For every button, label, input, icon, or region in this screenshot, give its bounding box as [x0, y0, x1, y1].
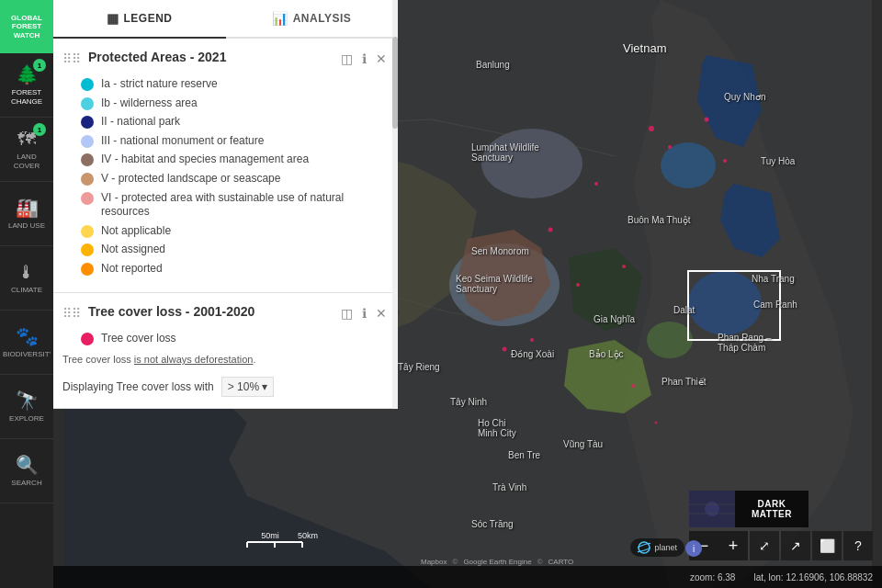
- legend-label-vi: VI - protected area with sustainable use…: [101, 191, 389, 220]
- sidebar-item-search[interactable]: 🔍 SEARCH: [0, 439, 53, 503]
- svg-point-14: [622, 265, 626, 268]
- legend-dot-iii: [81, 135, 94, 148]
- svg-point-15: [503, 347, 507, 352]
- legend-dot-v: [81, 173, 94, 186]
- tree-cover-title: Tree cover loss - 2001-2020: [88, 304, 332, 319]
- legend-item-not-assigned: Not assigned: [81, 243, 389, 257]
- sidebar-logo[interactable]: GLOBAL FOREST WATCH: [0, 0, 53, 53]
- legend-item-not-applicable: Not applicable: [81, 224, 389, 239]
- tree-cover-note: Tree cover loss is not always deforestat…: [62, 353, 389, 367]
- legend-item-not-reported: Not reported: [81, 262, 389, 277]
- svg-point-4: [661, 142, 716, 188]
- svg-point-6: [647, 322, 693, 358]
- screenshot-btn[interactable]: ⬜: [812, 531, 842, 560]
- svg-point-17: [631, 384, 635, 388]
- svg-text:50mi: 50mi: [261, 531, 279, 540]
- svg-point-5: [688, 271, 762, 335]
- drag-handle-tree[interactable]: ⠿⠿: [62, 306, 81, 321]
- separator1: ©: [452, 558, 458, 566]
- legend-dot-ii: [81, 116, 94, 129]
- protected-areas-close-btn[interactable]: ✕: [374, 50, 389, 68]
- tree-cover-legend: Tree cover loss: [62, 332, 389, 346]
- logo-text: GLOBAL FOREST WATCH: [11, 14, 42, 40]
- svg-text:50km: 50km: [298, 531, 318, 540]
- legend-dot-not-assigned: [81, 243, 94, 256]
- map-controls: DARK MATTER − + ⤢ ↗ ⬜ ?: [689, 491, 873, 560]
- legend-label-tree-loss: Tree cover loss: [101, 332, 176, 346]
- legend-label-not-applicable: Not applicable: [101, 224, 171, 239]
- legend-item-ib: Ib - wilderness area: [81, 96, 389, 111]
- gee-attr: Google Earth Engine: [463, 558, 531, 566]
- tree-cover-opacity-btn[interactable]: ◫: [339, 304, 355, 322]
- legend-dot-not-reported: [81, 263, 94, 276]
- sidebar-item-land-cover[interactable]: 1 🗺 LAND COVER: [0, 118, 53, 182]
- legend-panel: ▦ LEGEND 📊 ANALYSIS ⠿⠿ Protected Areas -…: [53, 0, 398, 409]
- panel-content[interactable]: ⠿⠿ Protected Areas - 2021 ◫ ℹ ✕ Ia - str…: [53, 39, 398, 409]
- help-btn[interactable]: ?: [843, 531, 873, 560]
- protected-areas-header: ⠿⠿ Protected Areas - 2021 ◫ ℹ ✕: [62, 50, 389, 68]
- sidebar: GLOBAL FOREST WATCH 1 🌲 FOREST CHANGE 1 …: [0, 0, 53, 588]
- sidebar-item-label: CLIMATE: [11, 286, 42, 295]
- panel-scrollbar-thumb: [392, 37, 398, 129]
- svg-point-10: [723, 159, 727, 163]
- tree-cover-header: ⠿⠿ Tree cover loss - 2001-2020 ◫ ℹ ✕: [62, 304, 389, 322]
- legend-item-iii: III - national monument or feature: [81, 134, 389, 149]
- climate-icon: 🌡: [17, 262, 36, 283]
- sidebar-item-climate[interactable]: 🌡 CLIMATE: [0, 246, 53, 311]
- map-area[interactable]: 50mi 50km Vietnam Banlung Quy Nhơn Anlon…: [53, 0, 882, 588]
- land-use-icon: 🏭: [16, 197, 39, 219]
- protected-areas-opacity-btn[interactable]: ◫: [339, 50, 355, 68]
- sidebar-item-label: SEARCH: [11, 479, 41, 488]
- zoom-in-btn[interactable]: +: [718, 531, 748, 560]
- legend-label-not-reported: Not reported: [101, 262, 163, 277]
- coords-display: lat, lon: 12.16906, 106.88832: [753, 572, 873, 582]
- tab-analysis[interactable]: 📊 ANALYSIS: [226, 0, 399, 37]
- panel-tabs: ▦ LEGEND 📊 ANALYSIS: [53, 0, 398, 39]
- forest-change-badge: 1: [33, 59, 46, 72]
- svg-point-8: [668, 145, 672, 149]
- legend-item-ii: II - national park: [81, 115, 389, 130]
- separator2: ©: [537, 558, 543, 566]
- sidebar-item-forest-change[interactable]: 1 🌲 FOREST CHANGE: [0, 53, 53, 118]
- legend-item-iv: IV - habitat and species management area: [81, 153, 389, 167]
- legend-dot-not-applicable: [81, 225, 94, 238]
- tab-analysis-label: ANALYSIS: [293, 12, 352, 25]
- sidebar-item-land-use[interactable]: 🏭 LAND USE: [0, 182, 53, 246]
- threshold-select[interactable]: > 10% ▾: [221, 377, 274, 397]
- zoom-row: − + ⤢ ↗ ⬜ ?: [689, 531, 873, 560]
- basemap-label: DARK MATTER: [735, 495, 808, 523]
- legend-dot-vi: [81, 192, 94, 205]
- panel-scrollbar-track[interactable]: [392, 0, 398, 409]
- status-bar: zoom: 6.38 lat, lon: 12.16906, 106.88832: [53, 566, 882, 588]
- legend-tab-icon: ▦: [107, 11, 119, 26]
- legend-dot-ib: [81, 97, 94, 110]
- legend-label-v: V - protected landscape or seascape: [101, 172, 280, 187]
- tree-cover-close-btn[interactable]: ✕: [374, 304, 389, 322]
- carto-attr: CARTO: [548, 558, 574, 566]
- tree-cover-info-btn[interactable]: ℹ: [360, 304, 368, 322]
- map-info-btn[interactable]: i: [685, 540, 702, 557]
- legend-item-vi: VI - protected area with sustainable use…: [81, 191, 389, 220]
- protected-areas-legend: Ia - strict nature reserve Ib - wilderne…: [62, 77, 389, 277]
- share-btn[interactable]: ↗: [781, 531, 810, 560]
- mapbox-attr: Mapbox: [421, 558, 447, 566]
- basemap-button[interactable]: DARK MATTER: [689, 491, 808, 527]
- protected-areas-info-btn[interactable]: ℹ: [360, 50, 368, 68]
- planet-logo[interactable]: planet: [630, 538, 684, 557]
- attribution: Mapbox © Google Earth Engine © CARTO: [421, 558, 573, 566]
- tab-legend[interactable]: ▦ LEGEND: [53, 0, 226, 39]
- chevron-down-icon: ▾: [262, 380, 267, 393]
- svg-point-9: [705, 118, 709, 122]
- biodiversity-icon: 🐾: [16, 325, 39, 347]
- svg-point-11: [594, 182, 598, 186]
- legend-dot-iv: [81, 153, 94, 166]
- svg-point-16: [530, 338, 534, 342]
- display-label: Displaying Tree cover loss with: [62, 380, 214, 393]
- protected-areas-title: Protected Areas - 2021: [88, 50, 332, 64]
- fullscreen-btn[interactable]: ⤢: [750, 531, 779, 560]
- protected-areas-section: ⠿⠿ Protected Areas - 2021 ◫ ℹ ✕ Ia - str…: [53, 39, 398, 293]
- sidebar-item-explore[interactable]: 🔭 EXPLORE: [0, 375, 53, 439]
- sidebar-item-biodiversity[interactable]: 🐾 BIODIVERSIT': [0, 311, 53, 375]
- drag-handle-protected[interactable]: ⠿⠿: [62, 51, 81, 66]
- svg-point-27: [705, 502, 719, 516]
